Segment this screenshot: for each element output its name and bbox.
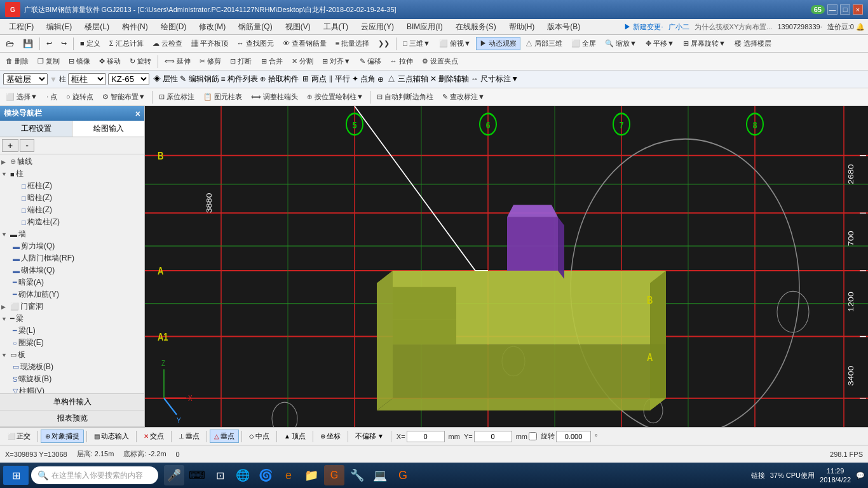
taskbar-folder[interactable]: 📁 — [301, 465, 322, 485]
menu-louceng[interactable]: 楼层(L) — [79, 19, 115, 35]
sidebar-close-button[interactable]: × — [135, 109, 140, 119]
parallel-button[interactable]: ∥ 平行 — [329, 74, 350, 85]
undo-button[interactable]: ↩ — [43, 37, 56, 50]
draw-col-pos-button[interactable]: ⊕ 按位置绘制柱▼ — [303, 90, 367, 104]
tree-duanzhu[interactable]: □ 端柱(Z) — [13, 204, 143, 216]
menu-bangzhu[interactable]: 帮助(H) — [503, 19, 541, 35]
report-preview-button[interactable]: 报表预览 — [0, 410, 144, 427]
tree-liang[interactable]: ━ 梁(L) — [13, 325, 143, 337]
three-point-axis-button[interactable]: △ 三点辅轴 — [388, 74, 428, 85]
split-button[interactable]: ✕ 分割 — [288, 55, 317, 68]
menu-gongju[interactable]: 工具(T) — [318, 19, 354, 35]
tree-xianjiao[interactable]: ▭ 现浇板(B) — [13, 361, 143, 373]
taskbar-app-1[interactable]: 🎤 — [164, 465, 184, 485]
screen-rotate-button[interactable]: ⊞ 屏幕旋转▼ — [679, 37, 729, 50]
pick-comp-button[interactable]: ⊕ 拾取构件 — [260, 74, 299, 85]
guangxiao-btn[interactable]: 广小二 — [668, 22, 689, 32]
menu-bim[interactable]: BIM应用(I) — [401, 19, 449, 35]
taskbar-app5[interactable]: G — [393, 465, 413, 485]
delete-button[interactable]: 🗑 删除 — [2, 55, 32, 68]
menu-gangjin[interactable]: 钢筋量(Q) — [233, 19, 278, 35]
tree-qiti[interactable]: ▬ 砌体墙(Q) — [13, 264, 143, 276]
menu-yunyingyong[interactable]: 云应用(Y) — [355, 19, 400, 35]
trim-button[interactable]: ✂ 修剪 — [196, 55, 225, 68]
batch-select-button[interactable]: ≡ 批量选择 — [332, 37, 373, 50]
fullscreen-button[interactable]: ⬜ 全屏 — [567, 37, 600, 50]
sidebar-remove-button[interactable]: - — [20, 139, 34, 152]
view-steel-button[interactable]: 👁 查看钢筋量 — [279, 37, 330, 50]
select-tool-button[interactable]: ⬜ 选择▼ — [2, 90, 41, 104]
circle-point-button[interactable]: ⊕ — [377, 75, 384, 84]
rotate-point-button[interactable]: ○ 旋转点 — [62, 90, 97, 104]
open-button[interactable]: 🗁 — [2, 37, 18, 50]
tree-slab-group[interactable]: ▼ ▭ 板 — [1, 349, 143, 361]
midpoint-button[interactable]: △ 垂点 — [210, 430, 239, 443]
smart-place-button[interactable]: ⚙ 智能布置▼ — [98, 90, 149, 104]
adjust-col-end-button[interactable]: ⟺ 调整柱端头 — [247, 90, 302, 104]
orig-label-button[interactable]: ⊡ 原位标注 — [155, 90, 198, 104]
tree-axis[interactable]: ▶ ⊕ 轴线 — [1, 156, 143, 168]
tree-door-window[interactable]: ▶ ⬜ 门窗洞 — [1, 301, 143, 313]
dim-label-button[interactable]: ↔ 尺寸标注▼ — [471, 74, 519, 85]
taskbar-app-2[interactable]: ⌨ — [187, 465, 207, 485]
stretch-button[interactable]: ↔ 拉伸 — [386, 55, 417, 68]
layer-prop-button[interactable]: ◈ 层性 — [153, 74, 178, 85]
start-button[interactable]: ⊞ — [3, 466, 29, 485]
tree-anzhu[interactable]: □ 暗柱(Z) — [13, 192, 143, 204]
object-snap-button[interactable]: ⊕ 对象捕捉 — [41, 430, 84, 443]
project-settings-btn[interactable]: 工程设置 — [0, 121, 72, 137]
tree-gouzao[interactable]: □ 构造柱(Z) — [13, 216, 143, 228]
menu-shitu[interactable]: 视图(V) — [280, 19, 316, 35]
extend-button[interactable]: ⟺ 延伸 — [161, 55, 194, 68]
perpendicular-button[interactable]: ⊥ 垂点 — [174, 430, 204, 443]
tree-zhumao[interactable]: ▽ 柱帽(V) — [13, 385, 143, 393]
offset-button[interactable]: ✎ 偏移 — [356, 55, 385, 68]
tree-kuangzhu[interactable]: □ 框柱(Z) — [13, 180, 143, 192]
minimize-button[interactable]: — — [827, 4, 837, 15]
menu-zaixianfuwu[interactable]: 在线服务(S) — [450, 19, 502, 35]
zoom-button[interactable]: 🔍 缩放▼ — [601, 37, 641, 50]
close-button[interactable]: × — [853, 4, 863, 15]
calc-button[interactable]: Σ 汇总计算 — [105, 37, 147, 50]
coord-button[interactable]: ⊕ 坐标 — [316, 430, 345, 443]
tree-wall-group[interactable]: ▼ ▬ 墙 — [1, 228, 143, 240]
y-input[interactable] — [474, 431, 512, 442]
column-name-select[interactable]: KZ-65 — [108, 73, 149, 85]
taskbar-edge[interactable]: 🌐 — [233, 465, 253, 485]
vertex-button[interactable]: ▲ 顶点 — [280, 430, 310, 443]
sidebar-add-button[interactable]: + — [2, 139, 18, 152]
taskbar-app4[interactable]: 💻 — [370, 465, 390, 485]
save-button[interactable]: 💾 — [19, 37, 37, 50]
rotate-checkbox[interactable] — [529, 432, 537, 440]
rotate-input[interactable] — [556, 431, 591, 442]
draw-input-btn[interactable]: 绘图输入 — [72, 121, 144, 137]
new-change-btn[interactable]: ▶ 新建变更· — [624, 22, 663, 32]
menu-bianji[interactable]: 编辑(E) — [41, 19, 78, 35]
merge-button[interactable]: ⊞ 合并 — [257, 55, 287, 68]
tree-beam-group[interactable]: ▼ ━ 梁 — [1, 313, 143, 325]
dynamic-input-button[interactable]: ▤ 动态输入 — [90, 430, 133, 443]
tree-quanliang[interactable]: ○ 圈梁(E) — [13, 337, 143, 349]
floor-select[interactable]: 基础层 — [3, 73, 48, 85]
align-button[interactable]: ⊞ 对齐▼ — [318, 55, 355, 68]
find-elem-button[interactable]: ↔ 查找图元 — [233, 37, 278, 50]
tree-column-group[interactable]: ▼ ■ 柱 — [1, 168, 143, 180]
tree-jianliqiang[interactable]: ▬ 剪力墙(Q) — [13, 240, 143, 252]
tree-renfang[interactable]: ▬ 人防门框墙(RF) — [13, 252, 143, 264]
floor-top-button[interactable]: ▦ 平齐板顶 — [187, 37, 232, 50]
auto-corner-button[interactable]: ⊟ 自动判断边角柱 — [373, 90, 437, 104]
restore-button[interactable]: □ — [840, 4, 850, 15]
cloud-check-button[interactable]: ☁ 云检查 — [149, 37, 186, 50]
column-type-select[interactable]: 框柱 — [68, 73, 106, 85]
taskbar-ie2[interactable]: e — [278, 465, 299, 485]
x-input[interactable] — [407, 431, 445, 442]
pan-button[interactable]: ✥ 平移▼ — [642, 37, 678, 50]
copy-button[interactable]: ❐ 复制 — [34, 55, 64, 68]
single-comp-input-button[interactable]: 单构件输入 — [0, 394, 144, 410]
redo-button[interactable]: ↪ — [57, 37, 71, 50]
taskbar-app-task[interactable]: ⊡ — [210, 465, 230, 485]
taskbar-ie[interactable]: 🌀 — [255, 465, 276, 485]
center-point-button[interactable]: ◇ 中点 — [245, 430, 274, 443]
taskbar-glodon[interactable]: G — [324, 465, 344, 485]
menu-goujian[interactable]: 构件(N) — [116, 19, 154, 35]
